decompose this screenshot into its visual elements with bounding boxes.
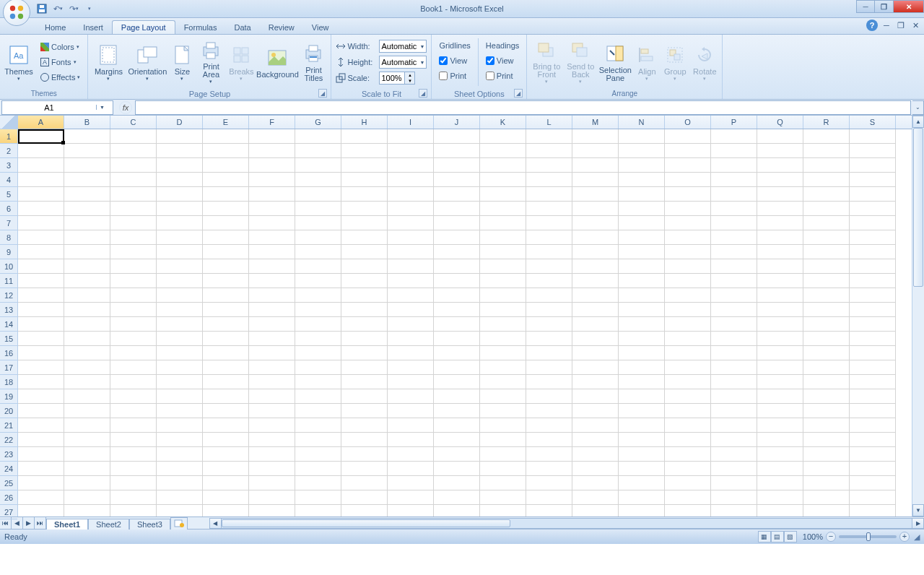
- cell[interactable]: [295, 303, 341, 317]
- scroll-right-icon[interactable]: ▶: [912, 518, 924, 529]
- cell[interactable]: [341, 317, 388, 332]
- cell[interactable]: [572, 317, 619, 332]
- cell[interactable]: [803, 129, 850, 144]
- cell[interactable]: [757, 433, 803, 447]
- cell[interactable]: [572, 360, 619, 375]
- cell[interactable]: [249, 245, 295, 259]
- cell[interactable]: [110, 490, 157, 505]
- cell[interactable]: [295, 462, 341, 476]
- align-button[interactable]: Align▾: [634, 38, 660, 86]
- column-header[interactable]: H: [341, 116, 388, 129]
- scale-launcher[interactable]: ◢: [419, 89, 427, 98]
- close-button[interactable]: ✕: [894, 0, 924, 13]
- themes-button[interactable]: Aa Themes ▾: [3, 38, 35, 86]
- cell[interactable]: [341, 332, 388, 346]
- tab-home[interactable]: Home: [36, 21, 74, 34]
- cell[interactable]: [110, 332, 157, 346]
- cell[interactable]: [572, 346, 619, 360]
- cell[interactable]: [64, 490, 110, 505]
- cell[interactable]: [64, 288, 110, 303]
- cell[interactable]: [203, 230, 249, 245]
- cell[interactable]: [757, 158, 803, 173]
- hscroll-thumb[interactable]: [222, 519, 510, 527]
- cell[interactable]: [18, 202, 64, 216]
- cell[interactable]: [388, 389, 434, 404]
- cell[interactable]: [665, 259, 711, 274]
- cell[interactable]: [341, 202, 388, 216]
- cell[interactable]: [619, 144, 665, 158]
- cell[interactable]: [434, 476, 480, 490]
- cell[interactable]: [249, 505, 295, 516]
- size-button[interactable]: Size▾: [169, 38, 195, 86]
- cell[interactable]: [480, 259, 526, 274]
- cell[interactable]: [757, 332, 803, 346]
- cell[interactable]: [110, 375, 157, 389]
- cell[interactable]: [434, 389, 480, 404]
- cell[interactable]: [203, 317, 249, 332]
- cell[interactable]: [619, 259, 665, 274]
- cell[interactable]: [711, 216, 757, 230]
- cell[interactable]: [480, 202, 526, 216]
- cell[interactable]: [388, 303, 434, 317]
- cell[interactable]: [665, 447, 711, 462]
- cell[interactable]: [341, 375, 388, 389]
- cell[interactable]: [434, 375, 480, 389]
- scroll-up-icon[interactable]: ▲: [912, 116, 924, 128]
- cell[interactable]: [803, 317, 850, 332]
- cell[interactable]: [203, 375, 249, 389]
- cell[interactable]: [388, 418, 434, 433]
- cell[interactable]: [665, 360, 711, 375]
- row-header[interactable]: 21: [0, 418, 17, 433]
- cell[interactable]: [711, 418, 757, 433]
- cell[interactable]: [619, 274, 665, 288]
- cell[interactable]: [711, 505, 757, 516]
- cell[interactable]: [249, 404, 295, 418]
- cell[interactable]: [711, 245, 757, 259]
- cell[interactable]: [803, 332, 850, 346]
- cell[interactable]: [757, 375, 803, 389]
- cell[interactable]: [388, 476, 434, 490]
- row-header[interactable]: 9: [0, 245, 17, 259]
- height-combo[interactable]: Automatic▼: [379, 56, 427, 69]
- cell[interactable]: [711, 259, 757, 274]
- cell[interactable]: [619, 332, 665, 346]
- cell[interactable]: [434, 230, 480, 245]
- group-button[interactable]: Group▾: [661, 38, 689, 86]
- mdi-close-icon[interactable]: ✕: [910, 20, 921, 31]
- row-header[interactable]: 18: [0, 375, 17, 389]
- cell[interactable]: [388, 346, 434, 360]
- cell[interactable]: [157, 447, 203, 462]
- column-header[interactable]: O: [665, 116, 711, 129]
- cell[interactable]: [619, 418, 665, 433]
- cell[interactable]: [249, 173, 295, 187]
- cell[interactable]: [434, 360, 480, 375]
- bring-to-front-button[interactable]: Bring to Front▾: [530, 38, 563, 86]
- cell[interactable]: [850, 462, 896, 476]
- cell[interactable]: [434, 173, 480, 187]
- cell[interactable]: [526, 447, 572, 462]
- cell[interactable]: [249, 375, 295, 389]
- cell[interactable]: [850, 476, 896, 490]
- cell[interactable]: [803, 389, 850, 404]
- cell[interactable]: [480, 187, 526, 202]
- cell[interactable]: [572, 216, 619, 230]
- cell[interactable]: [757, 404, 803, 418]
- cell[interactable]: [803, 158, 850, 173]
- cell[interactable]: [203, 173, 249, 187]
- column-header[interactable]: P: [711, 116, 757, 129]
- cell[interactable]: [388, 375, 434, 389]
- column-header[interactable]: A: [18, 116, 64, 129]
- cell[interactable]: [18, 346, 64, 360]
- cell[interactable]: [619, 230, 665, 245]
- cell[interactable]: [249, 288, 295, 303]
- print-titles-button[interactable]: Print Titles: [299, 38, 328, 86]
- cell[interactable]: [203, 462, 249, 476]
- cell[interactable]: [64, 187, 110, 202]
- cell[interactable]: [249, 216, 295, 230]
- cell[interactable]: [526, 173, 572, 187]
- cell[interactable]: [434, 490, 480, 505]
- cell[interactable]: [203, 274, 249, 288]
- cell[interactable]: [850, 303, 896, 317]
- cell[interactable]: [295, 346, 341, 360]
- tab-nav-last-icon[interactable]: ⏭: [35, 517, 46, 529]
